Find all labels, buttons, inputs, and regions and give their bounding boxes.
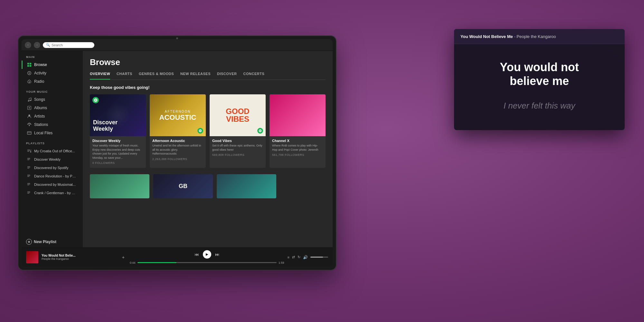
tab-charts[interactable]: CHARTS	[117, 72, 132, 80]
progress-track[interactable]	[137, 262, 277, 263]
card-row2-1[interactable]	[90, 174, 149, 198]
svg-rect-35	[27, 183, 30, 184]
sidebar-label-pl3: Discovered by Spotify	[34, 166, 68, 170]
tab-discover[interactable]: DISCOVER	[217, 72, 237, 80]
tab-genres[interactable]: GENRES & MOODS	[139, 72, 174, 80]
lyrics-header-text: You Would Not Believe Me - People the Ka…	[460, 34, 556, 39]
sidebar-item-activity[interactable]: Activity	[22, 69, 83, 77]
shuffle-icon[interactable]: ⇄	[292, 255, 295, 259]
sidebar-label-pl1: My Croatia Out of Office...	[34, 149, 75, 153]
sidebar-item-radio[interactable]: Radio	[22, 77, 83, 86]
sidebar-playlists-label: PLAYLISTS	[22, 137, 83, 147]
lyrics-separator: -	[513, 34, 517, 39]
svg-rect-32	[27, 175, 30, 175]
card-good-vibes[interactable]: GOODVIBES Good Vibes Set it off with the…	[210, 94, 266, 168]
svg-rect-28	[27, 160, 29, 160]
sidebar-label-radio: Radio	[34, 79, 44, 84]
spotify-logo	[92, 97, 99, 103]
laptop-frame: ‹ › 🔍 MAIN Browse Activity	[18, 35, 336, 270]
sidebar-label-browse: Browse	[34, 62, 47, 67]
player-title: You Would Not Belie...	[83, 254, 119, 257]
card-afternoon-acoustic-image: AFTERNOON ACOUSTIC	[150, 94, 206, 136]
songs-icon	[27, 97, 32, 102]
sidebar-item-pl3[interactable]: Discovered by Spotify	[22, 164, 83, 172]
svg-rect-3	[30, 65, 31, 67]
card-followers-discover-weekly: 0 FOLLOWERS	[92, 161, 143, 165]
tab-overview[interactable]: OVERVIEW	[90, 72, 110, 80]
tab-concerts[interactable]: CONCERTS	[243, 72, 265, 80]
card-title-afternoon-acoustic: Afternoon Acoustic	[152, 139, 203, 143]
add-to-playlist-icon[interactable]: +	[122, 255, 125, 260]
new-playlist-button[interactable]: + New Playlist	[22, 236, 83, 247]
search-bar-container: 🔍	[43, 42, 94, 48]
svg-rect-20	[27, 150, 30, 150]
tab-new-releases[interactable]: NEW RELEASES	[180, 72, 211, 80]
sidebar-label-local-files: Local Files	[34, 131, 52, 135]
player-controls: ⏮ ▶ ⏭ 0:44 1:59	[130, 250, 284, 264]
card-row2-2-image: GB	[153, 174, 213, 198]
svg-rect-1	[30, 63, 31, 64]
sidebar-item-pl5[interactable]: Discovered by Musixmat...	[22, 180, 83, 189]
sidebar-item-songs[interactable]: Songs	[22, 95, 83, 104]
card-title-channel-x: Channel X	[272, 139, 323, 143]
sidebar-label-pl5: Discovered by Musixmat...	[34, 183, 76, 186]
player-right-controls: ≡ ⇄ ↻ 🔊	[288, 255, 328, 260]
svg-rect-37	[27, 185, 29, 185]
svg-point-15	[28, 115, 30, 116]
time-current: 0:44	[130, 261, 136, 264]
lyrics-body: You would not believe me I never felt th…	[454, 44, 625, 130]
svg-point-6	[29, 81, 30, 83]
sidebar-item-pl2[interactable]: Discover Weekly	[22, 155, 83, 164]
volume-icon[interactable]: 🔊	[303, 255, 308, 260]
next-button[interactable]: ⏭	[215, 252, 220, 257]
sidebar-label-activity: Activity	[34, 71, 46, 75]
card-info-afternoon-acoustic: Afternoon Acoustic Unwind and let the af…	[150, 136, 206, 164]
card-discover-weekly[interactable]: DiscoverWeekly Discover Weekly Your week…	[90, 94, 146, 168]
browse-tabs: OVERVIEW CHARTS GENRES & MOODS NEW RELEA…	[90, 72, 326, 80]
sidebar-item-stations[interactable]: Stations	[22, 120, 83, 129]
svg-rect-38	[27, 192, 30, 192]
card-afternoon-acoustic[interactable]: AFTERNOON ACOUSTIC Afternoon Acoustic Un…	[150, 94, 206, 168]
forward-button[interactable]: ›	[34, 42, 40, 48]
card-row2-1-image	[90, 174, 149, 198]
svg-point-16	[29, 125, 30, 126]
sidebar-item-pl4[interactable]: Dance Revolution - by Peo...	[22, 172, 83, 180]
card-followers-afternoon-acoustic: 2,263,388 FOLLOWERS	[152, 157, 203, 161]
playlist-icon-3	[27, 166, 32, 170]
volume-track[interactable]	[310, 257, 328, 258]
repeat-icon[interactable]: ↻	[298, 255, 300, 259]
control-buttons: ⏮ ▶ ⏭	[194, 250, 220, 259]
lyrics-track-bold: You Would Not Believe Me	[460, 34, 513, 39]
search-input[interactable]	[52, 43, 90, 47]
card-followers-good-vibes: 569,808 FOLLOWERS	[212, 153, 263, 156]
sidebar-item-albums[interactable]: Albums	[22, 104, 83, 112]
sidebar-item-pl1[interactable]: My Croatia Out of Office...	[22, 147, 83, 155]
browse-content: Keep those good vibes going! DiscoverWee…	[83, 80, 333, 210]
sidebar-item-artists[interactable]: Artists	[22, 112, 83, 120]
sidebar-label-artists: Artists	[34, 114, 45, 118]
sidebar-your-music-label: YOUR MUSIC	[22, 86, 83, 95]
queue-icon[interactable]: ≡	[288, 255, 289, 259]
sidebar-item-pl6[interactable]: Crank / Gentleman - by N...	[22, 189, 83, 197]
card-row2-2[interactable]: GB	[153, 174, 213, 198]
card-row2-3[interactable]	[217, 174, 276, 198]
svg-rect-22	[27, 151, 29, 152]
albums-icon	[27, 106, 32, 110]
svg-point-7	[28, 100, 29, 102]
progress-bar-container: 0:44 1:59	[130, 261, 284, 264]
sidebar-item-browse[interactable]: Browse	[22, 61, 83, 69]
playlist-icon-4	[27, 174, 32, 178]
card-info-good-vibes: Good Vibes Set it off with these epic an…	[210, 136, 266, 160]
svg-rect-36	[27, 184, 30, 184]
prev-button[interactable]: ⏮	[194, 252, 199, 257]
section-heading: Keep those good vibes going!	[90, 85, 326, 90]
card-channel-x[interactable]: Channel X Where RnB comes to play with H…	[270, 94, 326, 168]
card-channel-x-image	[270, 94, 326, 136]
svg-rect-40	[27, 193, 29, 194]
sidebar-item-local-files[interactable]: Local Files	[22, 129, 83, 137]
svg-rect-29	[27, 166, 30, 167]
play-pause-button[interactable]: ▶	[203, 250, 211, 259]
back-button[interactable]: ‹	[25, 42, 31, 48]
card-desc-discover-weekly: Your weekly mixtape of fresh music. Enjo…	[92, 144, 143, 160]
card-row2-3-image	[217, 174, 276, 198]
